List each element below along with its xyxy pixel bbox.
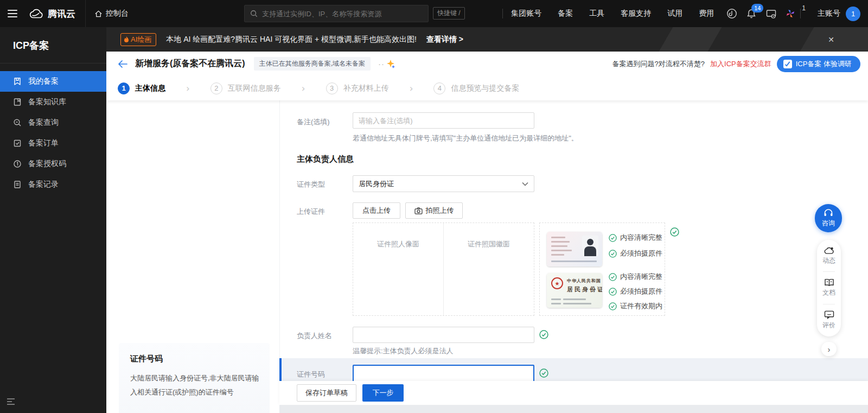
save-draft-button[interactable]: 保存订单草稿 (297, 384, 356, 402)
sidebar-title: ICP备案 (0, 27, 106, 63)
banner-text: 本地 AI 绘画配置难?腾讯云 HAI 可视化界面 + 模型微调,新手也能高效出… (166, 35, 417, 45)
nav-item-trial[interactable]: 试用 (659, 0, 691, 27)
id-card-back-sample: ★ 中华人民共和国 居民身份证 (547, 273, 602, 308)
top-nav-right: 集团账号 备案 工具 客服支持 试用 费用 14 1 主账号 1 (502, 0, 868, 27)
id-front-placeholder: 证件照人像面 (353, 239, 443, 249)
search-doc-icon (13, 118, 22, 127)
check-text: 必须拍摄原件 (620, 287, 662, 296)
sidebar-item-icp-records[interactable]: 备案记录 (0, 174, 106, 195)
next-step-button[interactable]: 下一步 (362, 384, 404, 402)
search-input[interactable] (262, 10, 423, 18)
check-text: 必须拍摄原件 (620, 249, 662, 258)
console-link[interactable]: 控制台 (85, 0, 137, 27)
banner-close-icon[interactable]: ✕ (828, 35, 834, 44)
nav-item-tools[interactable]: 工具 (581, 0, 612, 27)
comment-icon (824, 310, 834, 319)
contact-name-input[interactable] (353, 327, 534, 343)
national-emblem: ★ (551, 277, 563, 289)
sidebar-collapse-icon[interactable] (7, 398, 15, 408)
id-card-front-sample (547, 232, 602, 266)
cert-number-label: 证件号码 (297, 370, 325, 379)
shortcut-hint: 快捷键 / (433, 7, 465, 20)
id-upload-dropzone[interactable]: 证件照人像面 证件照国徽面 (353, 223, 534, 316)
scenario-tag: 主体已在其他服务商备案,域名未备案 (254, 57, 371, 71)
consult-label: 咨询 (822, 219, 835, 228)
id-front-upload-cell[interactable]: 证件照人像面 (353, 223, 443, 315)
console-label: 控制台 (106, 9, 129, 18)
check-circle-icon (609, 302, 617, 310)
field-help-panel: 证件号码 大陆居民请输入身份证号,非大陆居民请输入相关通行证(或护照)的证件编号 (119, 343, 270, 413)
cert-number-input[interactable] (353, 365, 534, 383)
click-upload-label: 点击上传 (362, 206, 391, 215)
step-4-preview-submit: 4 信息预览与提交备案 (433, 82, 519, 94)
page-bottom-strip (279, 405, 868, 413)
account-label[interactable]: 主账号 (818, 9, 840, 18)
sidebar-item-auth-code[interactable]: 备案授权码 (0, 154, 106, 174)
avatar[interactable]: 1 (846, 7, 860, 21)
cert-type-select[interactable]: 居民身份证 (353, 175, 534, 192)
photo-upload-button[interactable]: 拍照上传 (405, 202, 463, 219)
banner-details-link[interactable]: 查看详情 > (426, 35, 463, 45)
sidebar: ICP备案 我的备案 备案知识库 备案查询 备案订单 备案授权码 (0, 27, 106, 413)
check-item: 证件有效期内 (609, 301, 662, 311)
float-item-label: 动态 (822, 256, 835, 265)
step-wizard: 1 主体信息 › 2 互联网信息服务 › 3 补充材料上传 › 4 信息预览与提… (106, 76, 868, 100)
join-group-link[interactable]: 加入ICP备案交流群 (710, 59, 771, 69)
notifications-bell-icon[interactable]: 14 (742, 0, 761, 27)
sidebar-item-knowledge-base[interactable]: 备案知识库 (0, 92, 106, 112)
open-book-icon (824, 278, 834, 287)
sidebar-item-my-icp[interactable]: 我的备案 (0, 71, 106, 92)
name-hint: 温馨提示:主体负责人必须是法人 (353, 346, 454, 356)
check-circle-icon (609, 288, 617, 296)
console-settings-icon[interactable] (761, 0, 781, 27)
id-sample-guidance: 内容清晰完整 必须拍摄原件 ★ 中华人民共和国 居民身份证 内容清晰 (539, 223, 665, 316)
step-number: 1 (118, 82, 130, 94)
upload-valid-check-icon (670, 227, 679, 239)
step-1-subject-info: 1 主体信息 (118, 82, 165, 94)
front-check-list: 内容清晰完整 必须拍摄原件 (609, 233, 662, 258)
sidebar-item-label: 备案记录 (28, 180, 59, 189)
top-nav: 腾讯云 控制台 快捷键 / 集团账号 备案 工具 客服支持 试用 费用 14 (0, 0, 868, 27)
global-search[interactable] (244, 5, 429, 22)
check-circle-icon (609, 250, 617, 258)
remark-input[interactable] (353, 112, 534, 129)
ai-pinwheel-icon[interactable] (781, 0, 800, 27)
sidebar-item-icp-orders[interactable]: 备案订单 (0, 133, 106, 154)
survey-button[interactable]: ICP备案 体验调研 (777, 56, 860, 72)
float-toolbar: 动态 文档 评价 (817, 240, 841, 336)
sidebar-menu: 我的备案 备案知识库 备案查询 备案订单 备案授权码 备案记录 (0, 71, 106, 195)
home-icon (94, 10, 103, 18)
step-chevron-icon: › (410, 83, 413, 94)
click-upload-button[interactable]: 点击上传 (353, 202, 400, 219)
brand-name: 腾讯云 (48, 8, 75, 20)
step-label: 补充材料上传 (343, 84, 389, 93)
search-icon (250, 10, 258, 17)
sidebar-item-label: 我的备案 (28, 77, 59, 86)
tencent-cloud-logo[interactable]: 腾讯云 (29, 8, 75, 20)
nav-item-billing[interactable]: 费用 (691, 0, 722, 27)
back-arrow-icon[interactable] (118, 60, 127, 68)
float-divider (823, 304, 835, 304)
cloud-activity-icon (824, 246, 834, 255)
float-item-docs[interactable]: 文档 (822, 278, 835, 297)
ai-spark-icon[interactable] (386, 59, 395, 69)
nav-item-support[interactable]: 客服支持 (612, 0, 659, 27)
name-valid-check-icon (539, 330, 548, 341)
document-icon (13, 180, 22, 189)
nav-item-group-account[interactable]: 集团账号 (503, 0, 550, 27)
step-number: 2 (210, 82, 222, 94)
photo-upload-label: 拍照上传 (426, 206, 454, 215)
consult-float-button[interactable]: 咨询 (815, 204, 842, 232)
sidebar-item-icp-query[interactable]: 备案查询 (0, 112, 106, 133)
float-item-updates[interactable]: 动态 (822, 246, 835, 265)
check-circle-icon (609, 234, 617, 242)
id-back-upload-cell[interactable]: 证件照国徽面 (443, 223, 534, 315)
check-item: 内容清晰完整 (609, 233, 662, 243)
hamburger-menu-icon[interactable] (0, 0, 25, 27)
card-back-title: 居民身份证 (567, 285, 602, 294)
float-collapse-chevron[interactable]: › (821, 342, 837, 356)
float-item-label: 评价 (822, 321, 835, 330)
voice-assistant-icon[interactable] (722, 0, 742, 27)
float-item-feedback[interactable]: 评价 (822, 310, 835, 330)
nav-item-icp[interactable]: 备案 (550, 0, 581, 27)
